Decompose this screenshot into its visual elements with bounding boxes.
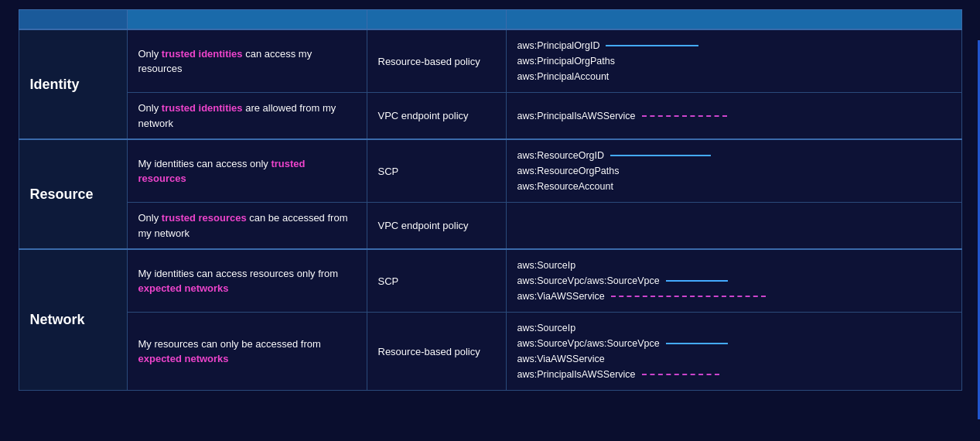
iam-cell: aws:PrincipalOrgIDaws:PrincipalOrgPathsa…	[506, 29, 961, 93]
perimeter-cell: Resource	[19, 139, 127, 249]
iam-text: aws:PrincipalOrgPaths	[517, 53, 615, 69]
dashed-line-connector	[611, 296, 766, 297]
col-iam	[506, 10, 961, 30]
iam-text: aws:PrincipalOrgID	[517, 38, 600, 53]
side-labels: Owned by you Owned by AWS	[978, 40, 981, 419]
iam-entry: aws:SourceVpc/aws:SourceVpce	[517, 336, 951, 351]
control-objective-cell: My resources can only be accessed from e…	[127, 313, 367, 391]
dashed-line-connector	[642, 115, 727, 117]
col-control	[127, 10, 367, 30]
control-objective-cell: Only trusted resources can be accessed f…	[127, 203, 367, 250]
using-cell: VPC endpoint policy	[367, 203, 506, 250]
iam-table: IdentityOnly trusted identities can acce…	[19, 9, 962, 391]
iam-entry: aws:ViaAWSService	[517, 351, 951, 367]
owned-by-you-label: Owned by you	[978, 40, 981, 419]
iam-text: aws:SourceVpc/aws:SourceVpce	[517, 273, 660, 289]
iam-entry: aws:PrincipalOrgID	[517, 38, 951, 53]
using-cell: Resource-based policy	[367, 29, 506, 93]
iam-cell	[506, 203, 961, 250]
table-row: Only trusted resources can be accessed f…	[19, 203, 961, 250]
iam-cell: aws:PrincipalIsAWSService	[506, 93, 961, 140]
using-cell: SCP	[367, 139, 506, 203]
iam-entry: aws:PrincipalOrgPaths	[517, 53, 951, 69]
solid-line-connector	[666, 343, 728, 344]
dashed-line-connector	[642, 374, 719, 375]
control-highlight: expected networks	[138, 282, 229, 294]
control-objective-cell: My identities can access only trusted re…	[127, 139, 367, 203]
control-prefix: My identities can access only	[138, 158, 271, 169]
iam-text: aws:SourceIp	[517, 258, 576, 273]
solid-line-connector	[610, 155, 711, 156]
iam-entry: aws:SourceIp	[517, 258, 951, 273]
iam-entry: aws:PrincipalAccount	[517, 69, 951, 84]
table-row: My resources can only be accessed from e…	[19, 313, 961, 391]
control-objective-cell: My identities can access resources only …	[127, 249, 367, 313]
table-row: Only trusted identities are allowed from…	[19, 93, 961, 140]
iam-cell: aws:SourceIpaws:SourceVpc/aws:SourceVpce…	[506, 249, 961, 313]
control-highlight: expected networks	[138, 353, 229, 364]
iam-text: aws:ResourceAccount	[517, 179, 613, 194]
iam-entry: aws:SourceIp	[517, 320, 951, 336]
control-prefix: Only	[138, 48, 162, 60]
using-cell: Resource-based policy	[367, 313, 506, 391]
col-perimeter	[19, 10, 127, 30]
iam-text: aws:ResourceOrgID	[517, 148, 605, 163]
control-objective-cell: Only trusted identities are allowed from…	[127, 93, 367, 140]
control-prefix: Only	[138, 212, 162, 224]
iam-entry: aws:ViaAWSService	[517, 289, 951, 304]
iam-text: aws:SourceIp	[517, 320, 576, 336]
iam-cell: aws:ResourceOrgIDaws:ResourceOrgPathsaws…	[506, 139, 961, 203]
iam-entry: aws:PrincipalIsAWSService	[517, 108, 951, 124]
solid-line-connector	[606, 45, 698, 46]
control-prefix: My resources can only be accessed from	[138, 338, 321, 350]
control-highlight: trusted resources	[162, 212, 247, 224]
control-highlight: trusted identities	[162, 48, 243, 60]
iam-text: aws:PrincipalAccount	[517, 69, 610, 84]
table-row: IdentityOnly trusted identities can acce…	[19, 29, 961, 93]
iam-text: aws:PrincipalIsAWSService	[517, 367, 636, 382]
iam-text: aws:PrincipalIsAWSService	[517, 108, 636, 124]
iam-entry: aws:SourceVpc/aws:SourceVpce	[517, 273, 951, 289]
table-row: ResourceMy identities can access only tr…	[19, 139, 961, 203]
perimeter-cell: Identity	[19, 29, 127, 139]
solid-line-connector	[666, 280, 728, 282]
iam-text: aws:ViaAWSService	[517, 289, 605, 304]
perimeter-cell: Network	[19, 249, 127, 391]
iam-cell: aws:SourceIpaws:SourceVpc/aws:SourceVpce…	[506, 313, 961, 391]
iam-text: aws:ViaAWSService	[517, 351, 605, 367]
control-prefix: Only	[138, 102, 162, 114]
control-objective-cell: Only trusted identities can access my re…	[127, 29, 367, 93]
using-cell: SCP	[367, 249, 506, 313]
iam-text: aws:ResourceOrgPaths	[517, 163, 620, 179]
col-using	[367, 10, 506, 30]
header-row	[19, 10, 961, 30]
iam-entry: aws:ResourceAccount	[517, 179, 951, 194]
using-cell: VPC endpoint policy	[367, 93, 506, 140]
iam-text: aws:SourceVpc/aws:SourceVpce	[517, 336, 660, 351]
iam-entry: aws:PrincipalIsAWSService	[517, 367, 951, 382]
iam-entry: aws:ResourceOrgID	[517, 148, 951, 163]
main-table-wrapper: IdentityOnly trusted identities can acce…	[19, 9, 962, 391]
table-row: NetworkMy identities can access resource…	[19, 249, 961, 313]
control-highlight: trusted identities	[162, 102, 243, 114]
iam-entry: aws:ResourceOrgPaths	[517, 163, 951, 179]
control-prefix: My identities can access resources only …	[138, 268, 339, 279]
